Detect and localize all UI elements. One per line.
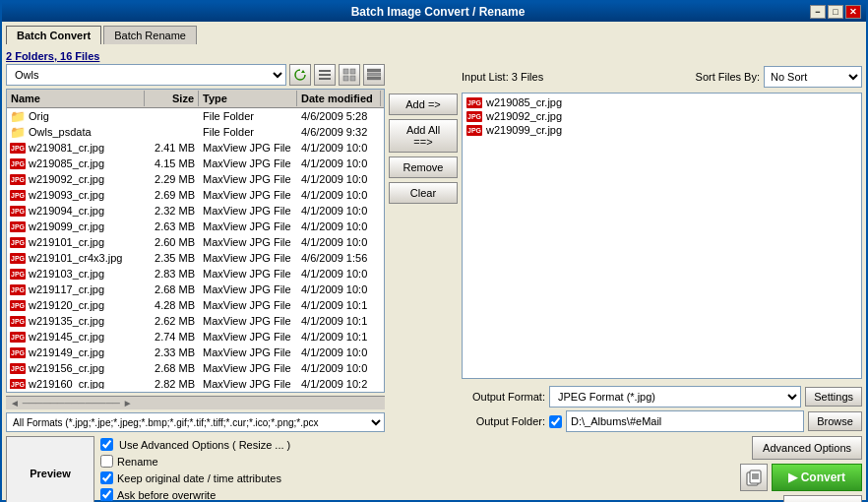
file-date: 4/1/2009 10:0	[297, 157, 381, 169]
file-size: 2.63 MB	[145, 220, 199, 232]
file-list-item[interactable]: JPG w219081_cr.jpg 2.41 MB MaxView JPG F…	[7, 140, 384, 156]
output-folder-input[interactable]	[566, 410, 804, 432]
ask-overwrite-checkbox[interactable]	[100, 488, 113, 501]
file-name: JPG w219145_cr.jpg	[7, 331, 145, 343]
file-list-item[interactable]: JPG w219120_cr.jpg 4.28 MB MaxView JPG F…	[7, 297, 384, 313]
file-name: JPG w219103_cr.jpg	[7, 268, 145, 280]
output-folder-row: Output Folder: Browse	[462, 410, 862, 432]
file-size: 2.35 MB	[145, 252, 199, 264]
file-list-item[interactable]: JPG w219160_cr.jpg 2.82 MB MaxView JPG F…	[7, 376, 384, 389]
output-format-select[interactable]: JPEG Format (*.jpg)	[549, 386, 801, 408]
content-area: 2 Folders, 16 Files Owls	[2, 44, 866, 502]
use-advanced-checkbox[interactable]	[100, 438, 113, 451]
file-date: 4/6/2009 9:32	[297, 126, 381, 138]
file-size: 2.62 MB	[145, 315, 199, 327]
file-list-item[interactable]: JPG w219092_cr.jpg 2.29 MB MaxView JPG F…	[7, 171, 384, 187]
jpg-icon: JPG	[466, 111, 482, 122]
checkboxes-section: Use Advanced Options ( Resize ... ) Rena…	[100, 436, 290, 501]
add-button[interactable]: Add =>	[389, 94, 458, 115]
file-date: 4/1/2009 10:0	[297, 236, 381, 248]
file-size: 2.68 MB	[145, 283, 199, 295]
col-header-size[interactable]: Size	[145, 91, 199, 106]
keep-date-checkbox[interactable]	[100, 471, 113, 484]
clear-button[interactable]: Clear	[389, 182, 458, 204]
browse-button[interactable]: Browse	[808, 411, 862, 431]
sort-row: Sort Files By: No Sort Name Date Size	[696, 66, 862, 88]
jpg-icon: JPG	[11, 220, 25, 232]
jpg-icon: JPG	[11, 189, 25, 201]
file-date: 4/1/2009 10:0	[297, 362, 381, 374]
col-header-type[interactable]: Type	[199, 91, 297, 106]
svg-rect-8	[367, 69, 381, 72]
settings-button[interactable]: Settings	[805, 387, 862, 407]
file-list-item[interactable]: JPG w219101_cr4x3.jpg 2.35 MB MaxView JP…	[7, 250, 384, 266]
svg-rect-5	[350, 69, 355, 74]
minimize-button[interactable]: −	[810, 5, 826, 19]
file-name: JPG w219101_cr4x3.jpg	[7, 252, 145, 264]
restore-button[interactable]: □	[828, 5, 843, 19]
svg-rect-4	[343, 69, 348, 74]
keep-date-row: Keep original date / time attributes	[100, 471, 290, 484]
output-folder-checkbox[interactable]	[549, 415, 562, 428]
file-type: MaxView JPG File	[199, 283, 297, 295]
main-panel: Owls	[6, 64, 862, 432]
file-list-item[interactable]: JPG w219117_cr.jpg 2.68 MB MaxView JPG F…	[7, 282, 384, 297]
file-list-item[interactable]: JPG w219156_cr.jpg 2.68 MB MaxView JPG F…	[7, 360, 384, 376]
input-list-item[interactable]: JPG w219099_cr.jpg	[465, 123, 859, 137]
file-size: 2.41 MB	[145, 142, 199, 154]
convert-label: Convert	[801, 471, 845, 484]
copy-icon-button[interactable]	[740, 464, 768, 491]
col-header-name[interactable]: Name	[7, 91, 145, 106]
file-date: 4/1/2009 10:2	[297, 378, 381, 389]
file-list-item[interactable]: JPG w219103_cr.jpg 2.83 MB MaxView JPG F…	[7, 266, 384, 282]
output-folder-label: Output Folder:	[462, 415, 545, 427]
remove-button[interactable]: Remove	[389, 157, 458, 178]
jpg-icon: JPG	[11, 205, 25, 217]
file-list-item[interactable]: 📁 Orig File Folder 4/6/2009 5:28	[7, 108, 384, 124]
folder-select[interactable]: Owls	[6, 64, 286, 86]
file-name: JPG w219135_cr.jpg	[7, 315, 145, 327]
input-list-item[interactable]: JPG w219092_cr.jpg	[465, 109, 859, 123]
tab-batch-rename[interactable]: Batch Rename	[103, 26, 197, 44]
file-list-item[interactable]: JPG w219094_cr.jpg 2.32 MB MaxView JPG F…	[7, 203, 384, 219]
file-date: 4/1/2009 10:0	[297, 189, 381, 201]
file-name: 📁 Orig	[7, 110, 145, 122]
close-window-button[interactable]: ✕	[845, 5, 861, 19]
use-advanced-row: Use Advanced Options ( Resize ... )	[100, 438, 290, 451]
file-date: 4/6/2009 1:56	[297, 252, 381, 264]
file-list-item[interactable]: JPG w219149_cr.jpg 2.33 MB MaxView JPG F…	[7, 345, 384, 360]
filter-select[interactable]: All Formats (*.jpg;*.jpe;*.jpeg;*.bmp;*.…	[6, 412, 385, 432]
jpg-icon: JPG	[11, 378, 25, 389]
file-type: MaxView JPG File	[199, 299, 297, 311]
tab-batch-convert[interactable]: Batch Convert	[6, 26, 101, 44]
file-list-item[interactable]: JPG w219135_cr.jpg 2.62 MB MaxView JPG F…	[7, 313, 384, 329]
file-date: 4/1/2009 10:0	[297, 346, 381, 358]
file-list-item[interactable]: JPG w219145_cr.jpg 2.74 MB MaxView JPG F…	[7, 329, 384, 345]
file-list-item[interactable]: 📁 Owls_psdata File Folder 4/6/2009 9:32	[7, 124, 384, 140]
folder-icon: 📁	[11, 110, 25, 122]
horizontal-scrollbar[interactable]: ◄ ────────────── ►	[6, 396, 385, 409]
file-list-item[interactable]: JPG w219101_cr.jpg 2.60 MB MaxView JPG F…	[7, 234, 384, 250]
close-button[interactable]: Close	[783, 495, 862, 502]
advanced-options-button[interactable]: Advanced Options	[752, 436, 862, 460]
rename-checkbox[interactable]	[100, 455, 113, 468]
jpg-icon: JPG	[11, 331, 25, 343]
convert-button[interactable]: ▶ Convert	[772, 464, 862, 491]
file-date: 4/1/2009 10:0	[297, 142, 381, 154]
col-header-date[interactable]: Date modified	[297, 91, 381, 106]
file-list-item[interactable]: JPG w219085_cr.jpg 4.15 MB MaxView JPG F…	[7, 156, 384, 171]
file-list-item[interactable]: JPG w219099_cr.jpg 2.63 MB MaxView JPG F…	[7, 219, 384, 234]
add-all-button[interactable]: Add All ==>	[389, 119, 458, 153]
file-type: MaxView JPG File	[199, 315, 297, 327]
view-details-button[interactable]	[339, 64, 360, 86]
refresh-button[interactable]	[289, 64, 311, 86]
keep-date-label: Keep original date / time attributes	[117, 472, 281, 484]
ask-overwrite-label: Ask before overwrite	[117, 489, 216, 501]
file-list-item[interactable]: JPG w219093_cr.jpg 2.69 MB MaxView JPG F…	[7, 187, 384, 203]
file-name: JPG w219094_cr.jpg	[7, 205, 145, 217]
window-title: Batch Image Convert / Rename	[66, 5, 810, 19]
view-list-button[interactable]	[314, 64, 336, 86]
view-thumbs-button[interactable]	[363, 64, 385, 86]
sort-select[interactable]: No Sort Name Date Size	[764, 66, 862, 88]
input-list-item[interactable]: JPG w219085_cr.jpg	[465, 95, 859, 109]
